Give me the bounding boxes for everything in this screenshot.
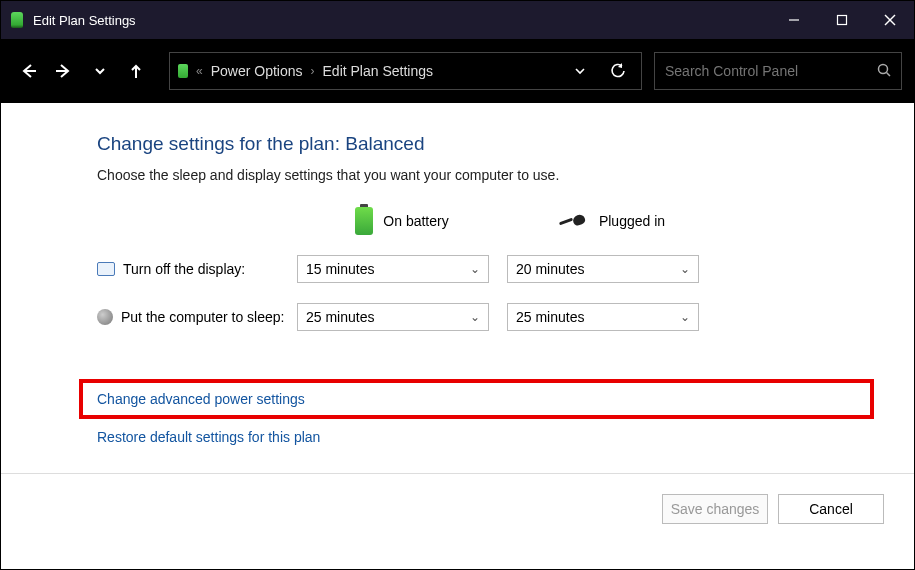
restore-defaults-link[interactable]: Restore default settings for this plan (97, 429, 320, 445)
column-header-plugged: Plugged in (507, 213, 717, 229)
plug-icon (559, 214, 589, 228)
content-panel: Change settings for the plan: Balanced C… (1, 103, 914, 461)
column-label: Plugged in (599, 213, 665, 229)
navbar: « Power Options › Edit Plan Settings (1, 39, 914, 103)
search-bar[interactable] (654, 52, 902, 90)
row-label-sleep: Put the computer to sleep: (97, 309, 297, 325)
svg-rect-1 (838, 16, 847, 25)
forward-button[interactable] (49, 56, 79, 86)
svg-line-8 (887, 72, 891, 76)
battery-icon (11, 12, 23, 28)
select-value: 25 minutes (516, 309, 584, 325)
page-title: Change settings for the plan: Balanced (97, 133, 874, 155)
links-section: Change advanced power settings Restore d… (97, 379, 874, 461)
search-input[interactable] (665, 63, 871, 79)
cancel-button[interactable]: Cancel (778, 494, 884, 524)
chevron-down-icon: ⌄ (680, 310, 690, 324)
back-button[interactable] (13, 56, 43, 86)
display-battery-select[interactable]: 15 minutes ⌄ (297, 255, 489, 283)
search-icon[interactable] (877, 63, 891, 80)
chevron-down-icon: ⌄ (470, 310, 480, 324)
save-button[interactable]: Save changes (662, 494, 768, 524)
select-value: 25 minutes (306, 309, 374, 325)
moon-icon (97, 309, 113, 325)
separator (1, 473, 914, 474)
svg-point-7 (879, 64, 888, 73)
page-description: Choose the sleep and display settings th… (97, 167, 874, 183)
address-dropdown-button[interactable] (565, 64, 595, 78)
close-button[interactable] (866, 1, 914, 39)
up-button[interactable] (121, 56, 151, 86)
chevron-down-icon: ⌄ (680, 262, 690, 276)
select-value: 15 minutes (306, 261, 374, 277)
advanced-settings-link[interactable]: Change advanced power settings (97, 391, 305, 407)
address-bar[interactable]: « Power Options › Edit Plan Settings (169, 52, 642, 90)
row-label-display: Turn off the display: (97, 261, 297, 277)
column-header-battery: On battery (297, 207, 507, 235)
titlebar: Edit Plan Settings (1, 1, 914, 39)
minimize-button[interactable] (770, 1, 818, 39)
select-value: 20 minutes (516, 261, 584, 277)
highlight-box: Change advanced power settings (79, 379, 874, 419)
display-plugged-select[interactable]: 20 minutes ⌄ (507, 255, 699, 283)
sleep-plugged-select[interactable]: 25 minutes ⌄ (507, 303, 699, 331)
refresh-button[interactable] (603, 63, 633, 79)
sleep-battery-select[interactable]: 25 minutes ⌄ (297, 303, 489, 331)
footer-buttons: Save changes Cancel (662, 494, 884, 524)
maximize-button[interactable] (818, 1, 866, 39)
chevron-right-icon: › (311, 64, 315, 78)
column-label: On battery (383, 213, 448, 229)
chevron-left-icon: « (196, 64, 203, 78)
battery-icon (178, 64, 188, 78)
breadcrumb-item[interactable]: Power Options (211, 63, 303, 79)
window-title: Edit Plan Settings (33, 13, 136, 28)
battery-icon (355, 207, 373, 235)
breadcrumb-item[interactable]: Edit Plan Settings (323, 63, 434, 79)
recent-locations-button[interactable] (85, 56, 115, 86)
chevron-down-icon: ⌄ (470, 262, 480, 276)
display-icon (97, 262, 115, 276)
